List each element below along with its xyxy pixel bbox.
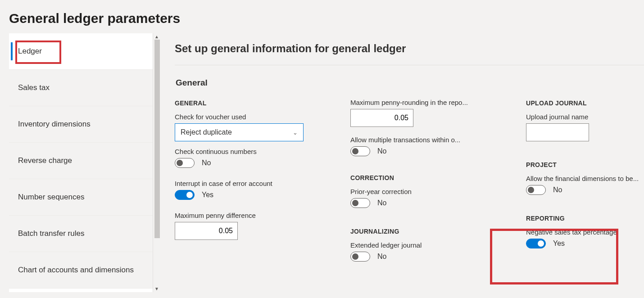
toggle-label: No: [377, 147, 386, 155]
sidebar-item-label: Ledger: [18, 47, 42, 55]
column-right: UPLOAD JOURNAL Upload journal name PROJE…: [526, 99, 644, 262]
sidebar-item-label: Reverse charge: [18, 156, 72, 165]
label-allow-multiple: Allow multiple transactions within o...: [350, 136, 494, 144]
label-prior-year: Prior-year correction: [350, 188, 494, 195]
sidebar-item-number-sequences[interactable]: Number sequences: [9, 179, 153, 216]
toggle-negative-sales-tax[interactable]: [526, 239, 546, 248]
input-max-penny-rounding[interactable]: [350, 109, 413, 127]
group-heading-upload-journal: UPLOAD JOURNAL: [526, 99, 644, 107]
label-max-penny-rounding: Maximum penny-rounding in the repo...: [350, 99, 494, 106]
sidebar-item-label: Sales tax: [18, 83, 50, 92]
toggle-label: Yes: [553, 239, 565, 248]
toggle-label: Yes: [202, 191, 213, 199]
sidebar-item-sales-tax[interactable]: Sales tax: [9, 70, 153, 106]
sidebar-item-batch-transfer-rules[interactable]: Batch transfer rules: [9, 216, 153, 252]
label-check-continuous: Check continuous numbers: [175, 148, 319, 155]
toggle-check-continuous[interactable]: [175, 158, 195, 168]
sidebar-item-inventory-dimensions[interactable]: Inventory dimensions: [9, 106, 153, 143]
label-extended-ledger: Extended ledger journal: [350, 241, 494, 249]
column-general: GENERAL Check for voucher used Reject du…: [175, 99, 319, 262]
page-title: General ledger parameters: [9, 11, 635, 26]
sidebar-item-ledger[interactable]: Ledger: [9, 33, 153, 70]
scroll-down-icon[interactable]: ▼: [154, 286, 159, 291]
label-upload-journal-name: Upload journal name: [526, 113, 644, 121]
sidebar-item-reverse-charge[interactable]: Reverse charge: [9, 143, 153, 179]
input-upload-journal-name[interactable]: [526, 123, 589, 141]
sidebar-item-label: Inventory dimensions: [18, 120, 91, 128]
toggle-prior-year[interactable]: [350, 198, 370, 208]
label-max-penny-diff: Maximum penny difference: [175, 212, 319, 219]
page-header: General ledger parameters: [0, 0, 644, 33]
label-check-voucher: Check for voucher used: [175, 113, 319, 121]
group-heading-general: GENERAL: [175, 99, 319, 107]
sidebar-item-label: Batch transfer rules: [18, 229, 84, 238]
label-interrupt: Interrupt in case of error account: [175, 180, 319, 187]
toggle-label: No: [377, 253, 386, 261]
group-heading-journalizing: JOURNALIZING: [350, 228, 494, 235]
sidebar-item-label: Chart of accounts and dimensions: [18, 266, 134, 274]
sidebar-scrollbar[interactable]: ▲ ▼: [153, 33, 161, 292]
section-title: General: [176, 78, 644, 88]
toggle-label: No: [377, 199, 386, 207]
group-heading-correction: CORRECTION: [350, 174, 494, 181]
sidebar-item-chart-of-accounts[interactable]: Chart of accounts and dimensions: [9, 252, 153, 289]
toggle-interrupt[interactable]: [175, 190, 195, 200]
toggle-allow-fin-dimensions[interactable]: [526, 185, 546, 195]
select-check-voucher[interactable]: Reject duplicate ⌄: [175, 123, 304, 141]
toggle-label: No: [202, 159, 211, 167]
toggle-allow-multiple[interactable]: [350, 146, 370, 156]
input-max-penny-diff[interactable]: [175, 222, 238, 240]
toggle-label: No: [553, 186, 562, 194]
chevron-down-icon: ⌄: [293, 129, 298, 136]
sidebar: Ledger Sales tax Inventory dimensions Re…: [9, 33, 153, 292]
scroll-up-icon[interactable]: ▲: [154, 34, 159, 39]
main-title: Set up general information for general l…: [175, 42, 644, 55]
label-allow-fin-dimensions: Allow the financial dimensions to be...: [526, 175, 644, 182]
group-heading-reporting: REPORTING: [526, 215, 644, 222]
column-middle: Maximum penny-rounding in the repo... Al…: [350, 99, 494, 262]
group-heading-project: PROJECT: [526, 161, 644, 168]
sidebar-item-label: Number sequences: [18, 193, 84, 201]
label-negative-sales-tax: Negative sales tax percentage: [526, 228, 644, 236]
scroll-thumb[interactable]: [154, 40, 160, 238]
toggle-extended-ledger[interactable]: [350, 252, 370, 262]
main-panel: Set up general information for general l…: [161, 33, 644, 292]
select-value: Reject duplicate: [181, 128, 232, 136]
